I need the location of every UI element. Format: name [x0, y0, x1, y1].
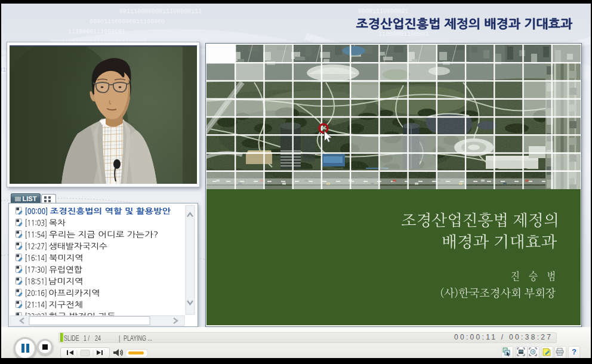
- svg-text:00111000000011100000111: 00111000000011100000111: [119, 8, 202, 15]
- svg-text:00001110000001: 00001110000001: [358, 8, 408, 15]
- svg-text:1110000111000001: 1110000111000001: [68, 29, 125, 35]
- svg-text:000011100000011100000: 000011100000011100000: [90, 18, 165, 25]
- svg-text:11000001100001: 11000001100001: [378, 31, 428, 38]
